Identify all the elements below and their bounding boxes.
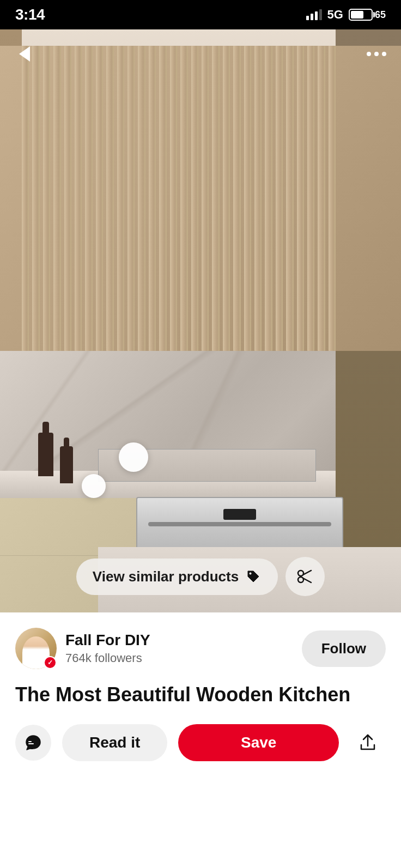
share-button[interactable] xyxy=(350,725,386,761)
chevron-left-icon xyxy=(19,46,30,62)
oven-display xyxy=(223,509,256,520)
battery-icon xyxy=(349,9,373,21)
author-followers: 764k followers xyxy=(65,651,150,665)
action-row: Read it Save xyxy=(15,724,386,774)
svg-line-3 xyxy=(303,570,311,575)
battery-level: 65 xyxy=(375,9,386,21)
signal-bars-icon xyxy=(306,9,322,20)
more-options-button[interactable] xyxy=(363,40,390,68)
overlay-actions: View similar products xyxy=(0,557,401,596)
content-area: ✓ Fall For DIY 764k followers Follow The… xyxy=(0,612,401,868)
network-label: 5G xyxy=(327,8,343,22)
status-time: 3:14 xyxy=(15,6,45,23)
status-icons: 5G 65 xyxy=(306,8,386,22)
slat-container xyxy=(22,46,336,351)
follow-button[interactable]: Follow xyxy=(302,630,386,667)
scissors-icon xyxy=(296,567,314,586)
author-name: Fall For DIY xyxy=(65,632,150,649)
read-button[interactable]: Read it xyxy=(62,724,167,761)
comment-button[interactable] xyxy=(15,725,51,761)
svg-line-4 xyxy=(303,578,311,582)
view-similar-button[interactable]: View similar products xyxy=(76,559,278,595)
bottle-left xyxy=(38,433,53,476)
oven-handle xyxy=(148,522,331,526)
svg-point-0 xyxy=(250,573,252,575)
tag-icon xyxy=(245,568,262,585)
back-button[interactable] xyxy=(11,40,38,68)
battery-container: 65 xyxy=(349,9,386,21)
save-button[interactable]: Save xyxy=(178,724,339,761)
product-hotspot-2[interactable] xyxy=(82,474,106,498)
share-icon xyxy=(358,733,378,752)
article-title: The Most Beautiful Wooden Kitchen xyxy=(15,682,386,708)
author-info: ✓ Fall For DIY 764k followers xyxy=(15,628,150,669)
author-row: ✓ Fall For DIY 764k followers Follow xyxy=(15,628,386,669)
status-bar: 3:14 5G 65 xyxy=(0,0,401,29)
pin-image: View similar products xyxy=(0,29,401,612)
upper-cabinet xyxy=(0,46,401,351)
oven xyxy=(136,497,343,551)
view-similar-label: View similar products xyxy=(93,568,239,585)
product-hotspot-1[interactable] xyxy=(119,442,148,472)
bottle-right xyxy=(60,446,73,483)
avatar-container[interactable]: ✓ xyxy=(15,628,57,669)
verified-badge: ✓ xyxy=(44,656,57,669)
battery-fill xyxy=(351,11,363,19)
author-text: Fall For DIY 764k followers xyxy=(65,632,150,665)
scissors-button[interactable] xyxy=(285,557,325,596)
comment-icon xyxy=(25,734,42,751)
